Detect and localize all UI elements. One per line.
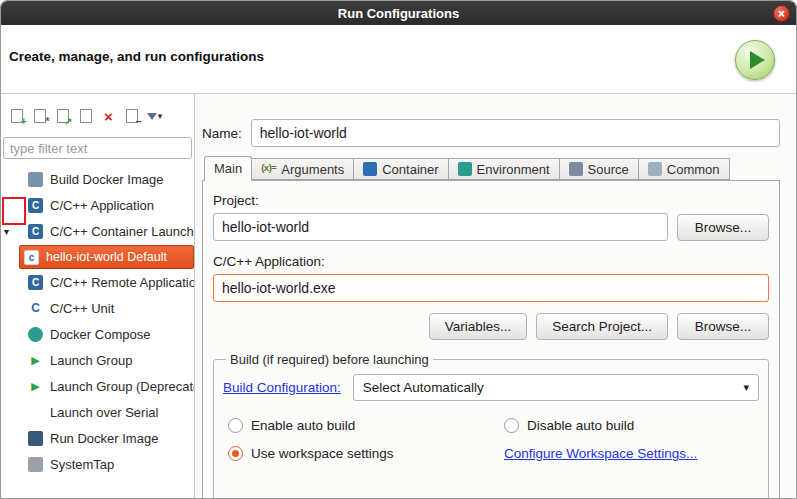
window-title: Run Configurations <box>338 6 459 21</box>
launch-config-icon: c <box>24 250 39 265</box>
tree-item-hello-iot-world-default[interactable]: c hello-iot-world Default <box>19 245 194 269</box>
enable-auto-build-radio[interactable]: Enable auto build <box>228 418 504 433</box>
build-configuration-select[interactable]: Select Automatically ▾ <box>353 374 759 401</box>
application-input[interactable] <box>213 274 769 302</box>
name-row: Name: <box>202 119 780 147</box>
duplicate-button[interactable] <box>76 106 95 126</box>
combo-dropdown-icon: ▾ <box>743 381 749 394</box>
collapse-all-button[interactable]: − <box>122 106 141 126</box>
close-button[interactable]: × <box>773 5 790 22</box>
tree-item-launch-over-serial[interactable]: Launch over Serial <box>1 399 194 425</box>
common-icon <box>648 162 662 176</box>
titlebar: Run Configurations × <box>1 1 796 25</box>
build-before-launch-group: Build (if required) before launching Bui… <box>213 352 769 499</box>
application-buttons-row: Variables... Search Project... Browse... <box>213 313 769 340</box>
dialog-body: + * ↗ × <box>1 94 796 499</box>
tab-arguments[interactable]: (x)= Arguments <box>252 158 354 180</box>
project-row: Browse... <box>213 213 769 241</box>
source-icon <box>569 162 583 176</box>
launch-group-icon: ▶ <box>28 353 43 368</box>
build-docker-image-icon <box>28 172 43 187</box>
chevron-down-icon: ▾ <box>158 111 163 121</box>
cpp-unit-icon: C <box>28 301 43 316</box>
tab-common[interactable]: Common <box>639 158 730 180</box>
build-group-title: Build (if required) before launching <box>226 352 433 367</box>
launch-over-serial-icon <box>28 405 43 420</box>
tree-item-run-docker-image[interactable]: Run Docker Image <box>1 425 194 451</box>
duplicate-icon <box>80 109 92 123</box>
expander-icon[interactable]: ▾ <box>4 218 16 244</box>
run-configurations-icon <box>735 40 775 80</box>
run-docker-image-icon <box>28 431 43 446</box>
configurations-sidebar: + * ↗ × <box>1 94 195 499</box>
arguments-icon: (x)= <box>261 162 276 176</box>
new-launch-config-icon: + <box>11 109 23 123</box>
tree-item-docker-compose[interactable]: Docker Compose <box>1 321 194 347</box>
dialog-header-title: Create, manage, and run configurations <box>9 49 264 64</box>
search-project-button[interactable]: Search Project... <box>536 313 668 340</box>
export-icon: ↗ <box>57 109 69 123</box>
build-configuration-link[interactable]: Build Configuration: <box>223 380 341 395</box>
tree-item-cpp-container-launcher[interactable]: ▾ C C/C++ Container Launch <box>1 218 194 244</box>
tree-item-launch-group-deprecated[interactable]: ▶ Launch Group (Deprecated) <box>1 373 194 399</box>
configurations-tree: Build Docker Image C C/C++ Application ▾… <box>1 166 194 477</box>
build-options: Enable auto build Disable auto build Use… <box>223 418 759 461</box>
browse-project-button[interactable]: Browse... <box>677 214 769 241</box>
collapse-all-icon: − <box>126 109 138 123</box>
tab-main[interactable]: Main <box>204 156 252 181</box>
systemtap-icon <box>28 457 43 472</box>
config-tabs: Main (x)= Arguments Container Environmen… <box>202 156 780 180</box>
new-prototype-icon: * <box>34 109 46 123</box>
filter-menu-button[interactable]: ▾ <box>145 106 164 126</box>
project-label: Project: <box>213 193 769 208</box>
radio-icon <box>228 418 243 433</box>
variables-button[interactable]: Variables... <box>429 313 528 340</box>
tree-item-build-docker-image[interactable]: Build Docker Image <box>1 166 194 192</box>
filter-icon <box>147 113 157 120</box>
main-tab-panel: Project: Browse... C/C++ Application: Va… <box>202 180 780 499</box>
build-configuration-value: Select Automatically <box>363 380 484 395</box>
configure-workspace-settings-row: Configure Workspace Settings... <box>504 446 759 461</box>
dialog-header: Create, manage, and run configurations <box>1 25 796 94</box>
application-label: C/C++ Application: <box>213 254 769 269</box>
docker-compose-icon <box>28 327 43 342</box>
radio-checked-icon <box>228 446 243 461</box>
new-prototype-button[interactable]: * <box>30 106 49 126</box>
configure-workspace-settings-link[interactable]: Configure Workspace Settings... <box>504 446 697 461</box>
disable-auto-build-radio[interactable]: Disable auto build <box>504 418 759 433</box>
delete-button[interactable]: × <box>99 106 118 126</box>
play-icon <box>750 51 765 69</box>
tree-item-launch-group[interactable]: ▶ Launch Group <box>1 347 194 373</box>
tab-source[interactable]: Source <box>560 158 639 180</box>
tab-container[interactable]: Container <box>354 158 448 180</box>
config-detail-panel: Name: Main (x)= Arguments Container Envi… <box>195 94 796 499</box>
export-launch-config-button[interactable]: ↗ <box>53 106 72 126</box>
close-icon: × <box>778 8 785 20</box>
project-input[interactable] <box>213 213 668 241</box>
cpp-application-icon: C <box>28 198 43 213</box>
build-configuration-row: Build Configuration: Select Automaticall… <box>223 374 759 401</box>
tree-item-cpp-unit[interactable]: C C/C++ Unit <box>1 295 194 321</box>
tab-environment[interactable]: Environment <box>449 158 560 180</box>
tree-item-cpp-application[interactable]: C C/C++ Application <box>1 192 194 218</box>
use-workspace-settings-radio[interactable]: Use workspace settings <box>228 446 504 461</box>
radio-icon <box>504 418 519 433</box>
new-launch-config-button[interactable]: + <box>7 106 26 126</box>
cpp-remote-icon: C <box>28 275 43 290</box>
cpp-container-icon: C <box>28 224 43 239</box>
run-configurations-dialog: Run Configurations × Create, manage, and… <box>0 0 797 499</box>
tree-item-systemtap[interactable]: SystemTap <box>1 451 194 477</box>
environment-icon <box>458 162 472 176</box>
name-input[interactable] <box>251 119 780 147</box>
tree-item-cpp-remote-application[interactable]: C C/C++ Remote Application <box>1 269 194 295</box>
delete-icon: × <box>104 109 113 124</box>
name-label: Name: <box>202 126 242 141</box>
launch-group-deprecated-icon: ▶ <box>28 379 43 394</box>
container-icon <box>363 162 377 176</box>
filter-input[interactable] <box>3 137 192 159</box>
browse-application-button[interactable]: Browse... <box>677 313 769 340</box>
launch-toolbar: + * ↗ × <box>1 104 194 128</box>
